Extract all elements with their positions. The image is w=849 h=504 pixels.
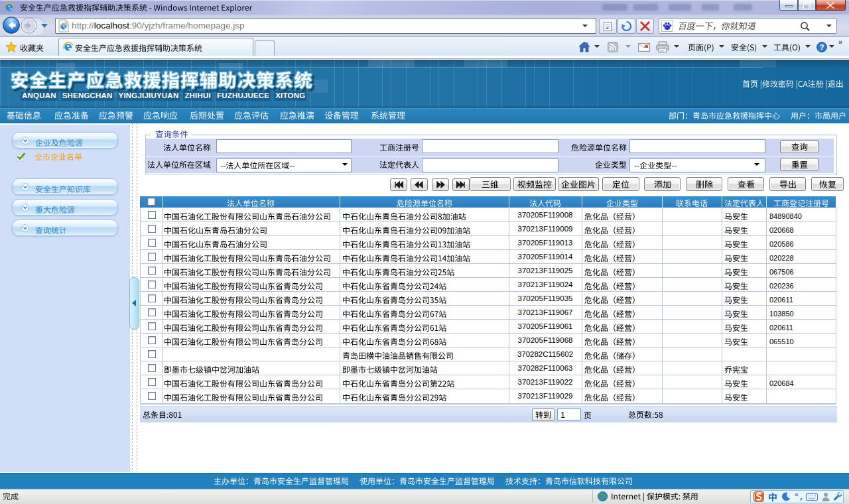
svg-text:?: ? bbox=[820, 43, 824, 51]
